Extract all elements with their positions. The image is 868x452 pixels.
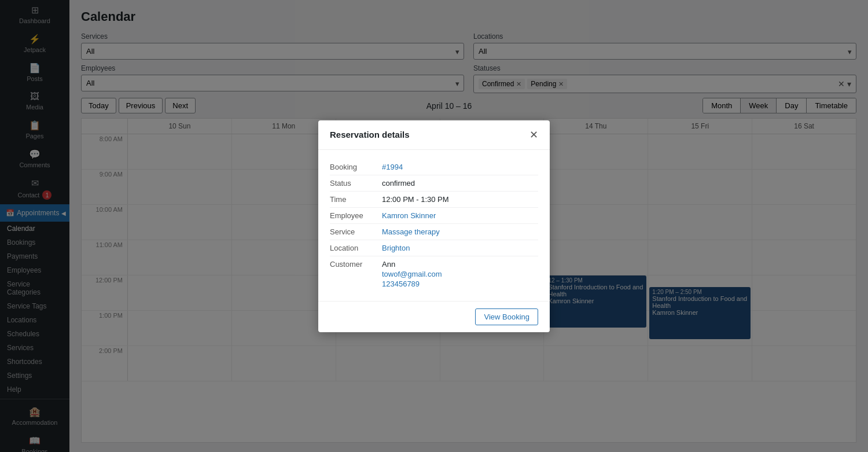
detail-row-booking: Booking #1994: [330, 159, 538, 175]
detail-row-status: Status confirmed: [330, 175, 538, 192]
location-link[interactable]: Brighton: [382, 244, 410, 252]
detail-label-customer: Customer: [330, 260, 382, 288]
modal-body: Booking #1994 Status confirmed Time 12:0…: [318, 150, 550, 301]
detail-row-service: Service Massage therapy: [330, 224, 538, 240]
employee-link[interactable]: Kamron Skinner: [382, 211, 436, 220]
detail-label-employee: Employee: [330, 211, 382, 220]
service-link[interactable]: Massage therapy: [382, 227, 440, 236]
customer-phone[interactable]: 123456789: [382, 280, 442, 288]
modal-footer: View Booking: [318, 301, 550, 332]
modal-title: Reservation details: [330, 130, 410, 139]
detail-label-service: Service: [330, 227, 382, 236]
detail-value-time: 12:00 PM - 1:30 PM: [382, 195, 449, 204]
customer-block: Ann towof@gmail.com 123456789: [382, 260, 442, 288]
detail-value-employee: Kamron Skinner: [382, 211, 436, 220]
view-booking-button[interactable]: View Booking: [475, 308, 538, 325]
detail-value-customer: Ann towof@gmail.com 123456789: [382, 260, 442, 288]
modal-header: Reservation details ✕: [318, 120, 550, 150]
reservation-details-modal: Reservation details ✕ Booking #1994 Stat…: [318, 120, 550, 332]
detail-row-time: Time 12:00 PM - 1:30 PM: [330, 192, 538, 208]
customer-name: Ann: [382, 260, 442, 269]
detail-row-location: Location Brighton: [330, 240, 538, 256]
detail-value-booking: #1994: [382, 163, 403, 171]
detail-label-booking: Booking: [330, 163, 382, 171]
detail-row-customer: Customer Ann towof@gmail.com 123456789: [330, 256, 538, 292]
booking-link[interactable]: #1994: [382, 163, 403, 171]
modal-close-button[interactable]: ✕: [529, 130, 538, 140]
detail-value-service: Massage therapy: [382, 227, 440, 236]
customer-email[interactable]: towof@gmail.com: [382, 270, 442, 278]
detail-label-status: Status: [330, 179, 382, 188]
detail-row-employee: Employee Kamron Skinner: [330, 208, 538, 224]
detail-label-time: Time: [330, 195, 382, 204]
detail-value-location: Brighton: [382, 244, 410, 252]
detail-label-location: Location: [330, 244, 382, 252]
modal-overlay[interactable]: Reservation details ✕ Booking #1994 Stat…: [0, 0, 868, 452]
detail-value-status: confirmed: [382, 179, 415, 188]
